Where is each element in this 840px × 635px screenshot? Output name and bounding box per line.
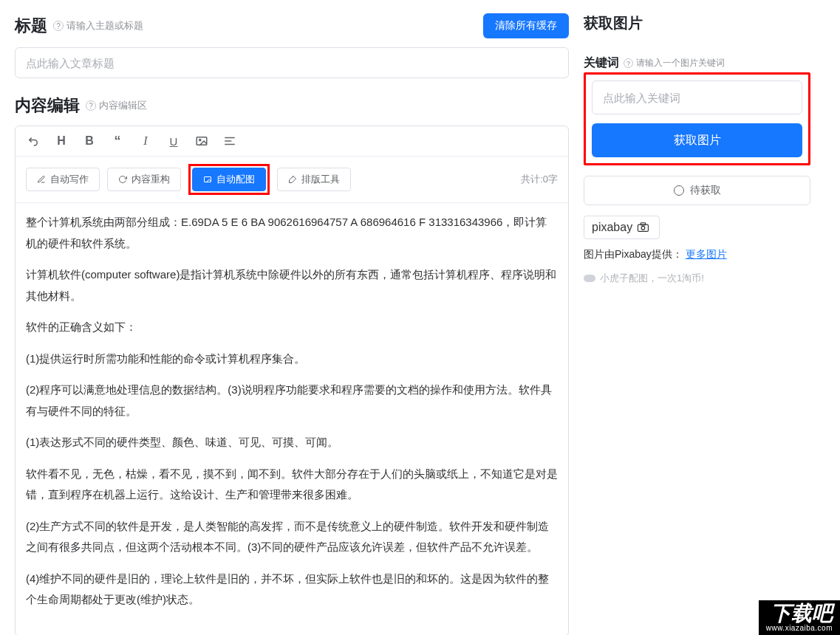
paragraph: (4)维护不同的硬件是旧的，理论上软件是旧的，并不坏，但实际上软件也是旧的和坏的… <box>26 569 558 611</box>
paragraph: 软件看不见，无色，枯燥，看不见，摸不到，闻不到。软件大部分存在于人们的头脑或纸上… <box>26 464 558 506</box>
svg-point-7 <box>641 226 645 230</box>
source-prefix: 图片由Pixabay提供： <box>584 248 683 260</box>
italic-icon[interactable]: I <box>138 134 153 148</box>
info-icon: ? <box>624 58 633 68</box>
clear-cache-button[interactable]: 清除所有缓存 <box>483 13 569 38</box>
undo-icon[interactable] <box>26 134 41 148</box>
auto-image-label: 自动配图 <box>216 173 255 186</box>
svg-point-1 <box>199 139 201 140</box>
paragraph: 整个计算机系统由两部分组成：E.69DA 5 E 6 BA 9062616964… <box>26 212 558 254</box>
image-source-line: 图片由Pixabay提供： 更多图片 <box>584 248 810 261</box>
info-icon: ? <box>53 21 64 31</box>
highlight-auto-image: 自动配图 <box>188 164 270 195</box>
auto-write-button[interactable]: 自动写作 <box>26 168 100 191</box>
image-icon[interactable] <box>194 134 209 148</box>
pending-label: 待获取 <box>690 184 721 197</box>
keyword-header: 关键词 ? 请输入一个图片关键词 <box>584 55 810 71</box>
editor-body[interactable]: 整个计算机系统由两部分组成：E.69DA 5 E 6 BA 9062616964… <box>16 203 568 635</box>
bold-icon[interactable]: B <box>82 134 97 148</box>
action-toolbar: 自动写作 内容重构 自动配图 排版工具 <box>16 157 568 203</box>
pending-icon <box>674 185 684 196</box>
keyword-label: 关键词 <box>584 55 619 71</box>
get-image-button[interactable]: 获取图片 <box>592 123 802 157</box>
pending-status: 待获取 <box>584 176 810 205</box>
camera-icon <box>637 222 652 233</box>
pixabay-logo: pixabay <box>592 221 632 234</box>
article-title-input[interactable] <box>15 47 569 78</box>
layout-tool-button[interactable]: 排版工具 <box>277 168 351 191</box>
title-label: 标题 <box>15 15 47 37</box>
tip-text: 小虎子配图，一次1淘币! <box>600 272 704 285</box>
restructure-label: 内容重构 <box>132 173 170 186</box>
content-section-header: 内容编辑 ? 内容编辑区 <box>15 95 569 117</box>
editor-box: H B “ I U 自动写作 内容重构 <box>15 126 569 635</box>
watermark: 下载吧 www.xiazaiba.com <box>759 600 840 635</box>
highlight-keyword-box: 获取图片 <box>584 72 810 165</box>
format-toolbar: H B “ I U <box>16 126 568 157</box>
title-hint: 请输入主题或标题 <box>66 19 143 32</box>
watermark-small: www.xiazaiba.com <box>766 624 833 632</box>
sidebar-title: 获取图片 <box>584 13 810 33</box>
keyword-hint: 请输入一个图片关键词 <box>636 57 725 69</box>
content-label: 内容编辑 <box>15 95 80 117</box>
more-images-link[interactable]: 更多图片 <box>686 248 727 260</box>
info-icon: ? <box>86 100 96 111</box>
tip-line: 小虎子配图，一次1淘币! <box>584 272 810 285</box>
paragraph: (1)表达形式不同的硬件类型、颜色、味道、可见、可摸、可闻。 <box>26 432 558 453</box>
auto-image-button[interactable]: 自动配图 <box>192 168 266 191</box>
paragraph: 软件的正确含义如下： <box>26 317 558 338</box>
svg-rect-8 <box>641 223 645 225</box>
watermark-big: 下载吧 <box>771 603 833 624</box>
char-count: 共计:0字 <box>521 173 558 186</box>
paragraph: (2)生产方式不同的软件是开发，是人类智能的高发挥，而不是传统意义上的硬件制造。… <box>26 516 558 558</box>
content-hint: 内容编辑区 <box>99 99 147 112</box>
title-section-header: 标题 ? 请输入主题或标题 清除所有缓存 <box>15 13 569 38</box>
pixabay-badge: pixabay <box>584 216 660 239</box>
keyword-input[interactable] <box>592 80 802 114</box>
layout-tool-label: 排版工具 <box>301 173 340 186</box>
paragraph: 计算机软件(computer software)是指计算机系统中除硬件以外的所有… <box>26 264 558 306</box>
svg-rect-6 <box>638 224 649 231</box>
align-icon[interactable] <box>222 134 237 148</box>
quote-icon[interactable]: “ <box>110 134 125 148</box>
paragraph: (2)程序可以满意地处理信息的数据结构。(3)说明程序功能要求和程序需要的文档的… <box>26 380 558 422</box>
paragraph: (1)提供运行时所需功能和性能的命令或计算机程序集合。 <box>26 349 558 370</box>
cloud-icon <box>584 275 595 282</box>
restructure-button[interactable]: 内容重构 <box>107 168 181 191</box>
auto-write-label: 自动写作 <box>50 173 89 186</box>
heading-icon[interactable]: H <box>54 134 69 148</box>
underline-icon[interactable]: U <box>166 134 181 148</box>
